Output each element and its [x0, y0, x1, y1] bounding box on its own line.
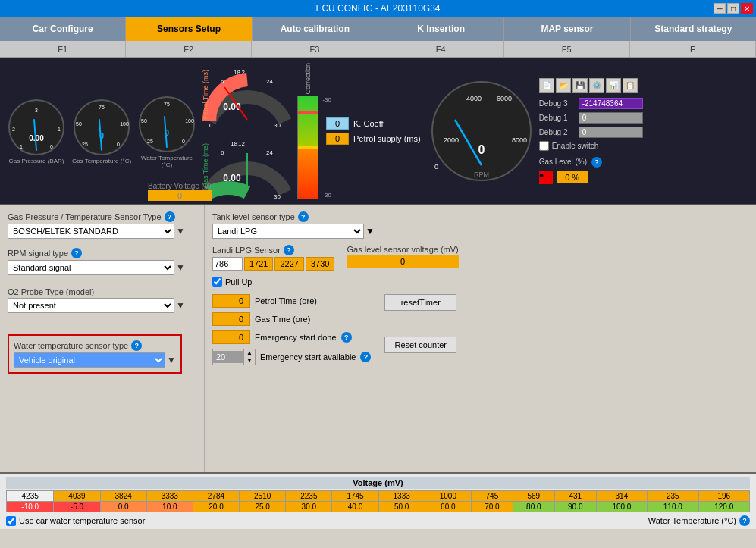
- minimize-button[interactable]: ─: [714, 3, 726, 14]
- tab-k-insertion[interactable]: K Insertion: [378, 17, 504, 41]
- landi-val-1[interactable]: [212, 257, 243, 271]
- time-gauges: 0 30 6 24 12 18 0.00 Petrol Time (ms): [202, 61, 293, 202]
- debug1-value[interactable]: [579, 112, 643, 124]
- water-temp-footer-help[interactable]: ?: [739, 515, 750, 526]
- gas-level-row: Gas Level (%) ?: [539, 157, 691, 168]
- gas-level-voltage-group: Gas level sensor voltage (mV) 0: [347, 245, 458, 268]
- tab-bar: Car Configure Sensors Setup Auto calibra…: [0, 17, 756, 41]
- svg-text:12: 12: [238, 140, 245, 147]
- icon-btn-4[interactable]: ⚙️: [589, 78, 604, 93]
- emergency-available-value[interactable]: [213, 351, 243, 363]
- enable-switch-checkbox[interactable]: [539, 141, 549, 151]
- use-car-water-temp-label: Use car water temperature sensor: [19, 516, 145, 525]
- water-temperature-footer-label: Water Temperature (°C): [648, 516, 736, 525]
- time-fields-row: 0 Petrol Time (ore) 0 Gas Time (ore) 0 E…: [212, 294, 748, 365]
- icon-btn-5[interactable]: 📊: [606, 78, 621, 93]
- svg-text:0.00: 0.00: [223, 173, 241, 183]
- petrol-supply-label: Petrol supply (ms): [353, 134, 421, 143]
- svg-text:24: 24: [266, 149, 273, 156]
- gas-time-ore-value: 0: [212, 312, 250, 326]
- petrol-supply-row: 0 Petrol supply (ms): [326, 133, 421, 145]
- debug2-label: Debug 2: [539, 128, 576, 136]
- svg-text:6: 6: [221, 149, 224, 156]
- o2-probe-select[interactable]: Not present: [8, 298, 174, 313]
- use-car-water-temp-group: Use car water temperature sensor: [6, 516, 145, 526]
- enable-switch-row: Enable switch: [539, 141, 691, 151]
- gas-pressure-gauge: 3 2 1 1 0 0.00 Gas Pressure (BAR): [6, 97, 67, 164]
- right-info-panel: 📄 📂 💾 ⚙️ 📊 📋 Debug 3 Debug 1 Debug 2: [539, 78, 691, 184]
- landi-values: 1721 2227 3730: [212, 257, 334, 271]
- sensor-type-group: Gas Pressure / Temperature Sensor Type ?…: [8, 211, 196, 239]
- svg-text:100: 100: [120, 121, 129, 127]
- landi-help[interactable]: ?: [284, 245, 294, 255]
- emergency-available-down[interactable]: ▼: [244, 357, 255, 365]
- icon-btn-2[interactable]: 📂: [556, 78, 571, 93]
- reset-counter-button[interactable]: Reset counter: [384, 337, 456, 353]
- petrol-time-ore-value: 0: [212, 294, 250, 308]
- window-title: ECU CONFIG - AE203110G34: [315, 3, 440, 14]
- tab-sensors-setup[interactable]: Sensors Setup: [126, 17, 252, 41]
- tab-map-sensor[interactable]: MAP sensor: [504, 17, 630, 41]
- svg-text:0: 0: [209, 122, 213, 129]
- emergency-done-help[interactable]: ?: [341, 332, 352, 343]
- sensor-type-label: Gas Pressure / Temperature Sensor Type ?: [8, 211, 196, 222]
- icon-btn-6[interactable]: 📋: [623, 78, 638, 93]
- landi-label: Landi LPG Sensor ?: [212, 245, 334, 255]
- landi-val-4: 3730: [306, 257, 334, 271]
- svg-text:30: 30: [274, 193, 281, 200]
- emergency-available-up[interactable]: ▲: [244, 349, 255, 357]
- sensor-type-help[interactable]: ?: [165, 211, 175, 222]
- emergency-available-row: ▲ ▼ Emergency start available ?: [212, 349, 371, 365]
- sensor-type-select[interactable]: BOSCH/ELTEK STANDARD: [8, 224, 174, 239]
- close-button[interactable]: ✕: [741, 3, 753, 14]
- pull-up-row: Pull Up: [212, 277, 748, 287]
- debug3-value[interactable]: [579, 98, 643, 109]
- debug2-row: Debug 2: [539, 127, 691, 138]
- enable-switch-label: Enable switch: [552, 142, 599, 150]
- gas-pressure-label: Gas Pressure (BAR): [6, 158, 67, 164]
- pull-up-checkbox[interactable]: [212, 277, 222, 287]
- rpm-signal-select[interactable]: Standard signal: [8, 260, 174, 275]
- icon-btn-1[interactable]: 📄: [539, 78, 554, 93]
- ore-fields: 0 Petrol Time (ore) 0 Gas Time (ore) 0 E…: [212, 294, 371, 365]
- icon-btn-3[interactable]: 💾: [572, 78, 588, 93]
- water-temp-sensor-help[interactable]: ?: [131, 340, 142, 351]
- svg-text:6: 6: [221, 78, 224, 85]
- water-temp-sensor-group: Water temperature sensor type ? Vehicle …: [8, 334, 182, 374]
- o2-probe-group: O2 Probe Type (model) Not present ▼: [8, 287, 196, 313]
- water-temperature-label: Water Temperature (°C): [136, 155, 197, 168]
- tank-level-help[interactable]: ?: [298, 211, 309, 222]
- gas-level-value: 0 %: [557, 171, 588, 183]
- correction-indicator: Correction -30 30: [297, 63, 318, 199]
- svg-text:18: 18: [231, 140, 237, 147]
- fkey-5: F5: [504, 41, 630, 57]
- gas-level-help-icon[interactable]: ?: [591, 157, 602, 168]
- fkey-3: F3: [252, 41, 378, 57]
- tab-standard-strategy[interactable]: Standard strategy: [631, 17, 756, 41]
- emergency-done-row: 0 Emergency start done ?: [212, 330, 371, 344]
- gas-level-voltage-value: 0: [347, 255, 458, 268]
- svg-text:0.00: 0.00: [29, 134, 44, 142]
- use-car-water-temp-checkbox[interactable]: [6, 516, 16, 526]
- rpm-signal-label: RPM signal type ?: [8, 248, 196, 258]
- battery-voltage-label: Battery Voltage (V): [148, 182, 212, 190]
- tab-car-configure[interactable]: Car Configure: [0, 17, 126, 41]
- voltage-table: 4235403938243333278425102235174513331000…: [6, 490, 750, 512]
- rpm-signal-help[interactable]: ?: [71, 248, 82, 258]
- emergency-available-help[interactable]: ?: [360, 352, 371, 362]
- svg-text:0: 0: [117, 142, 120, 147]
- tab-auto-calibration[interactable]: Auto calibration: [253, 17, 378, 41]
- svg-text:1: 1: [20, 144, 23, 149]
- maximize-button[interactable]: □: [727, 3, 739, 14]
- right-panel: Tank level sensor type ? Landi LPG ▼ Lan: [205, 205, 756, 472]
- svg-text:RPM: RPM: [474, 171, 489, 178]
- reset-timer-button[interactable]: resetTimer: [384, 294, 456, 311]
- emergency-done-label: Emergency start done: [255, 333, 337, 342]
- tank-level-select[interactable]: Landi LPG: [212, 224, 364, 239]
- debug2-value[interactable]: [579, 127, 643, 138]
- landi-sensor-group: Landi LPG Sensor ? 1721 2227 3730: [212, 245, 334, 271]
- svg-text:2000: 2000: [444, 136, 459, 144]
- fkey-4: F4: [378, 41, 504, 57]
- water-temp-sensor-select[interactable]: Vehicle original: [14, 352, 165, 368]
- svg-text:0: 0: [99, 131, 104, 140]
